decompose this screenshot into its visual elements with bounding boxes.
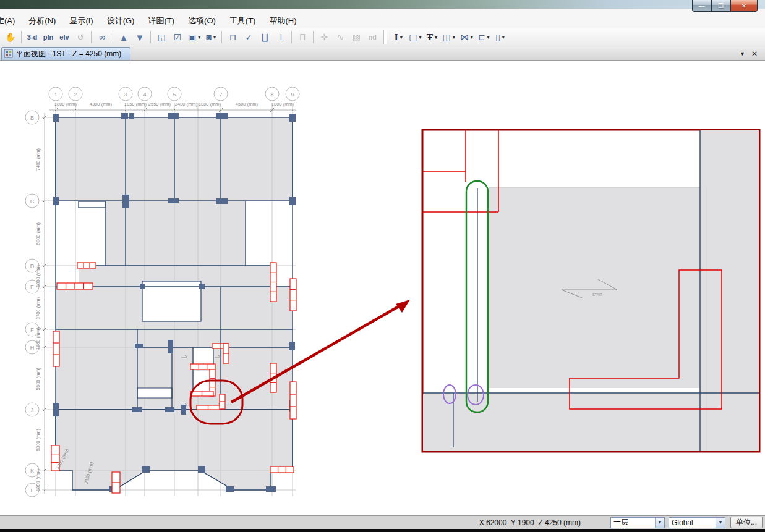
menu-item-2[interactable]: 显示(I) bbox=[62, 14, 100, 28]
section-wall-icon: ▯ bbox=[495, 33, 500, 41]
grid-bubble-label: C bbox=[30, 198, 35, 205]
draw-rect-icon: ⊓ bbox=[229, 33, 236, 41]
section-channel-button[interactable]: ⊏▾ bbox=[476, 30, 492, 44]
restore-selection-button[interactable]: ◱ bbox=[154, 30, 169, 44]
chevron-down-icon[interactable]: ▾ bbox=[435, 35, 437, 40]
dimension-text: 1800 (mm) bbox=[35, 264, 41, 287]
column bbox=[122, 195, 129, 208]
chevron-down-icon: ▼ bbox=[655, 518, 664, 528]
section-plate-button[interactable]: ▢▾ bbox=[407, 30, 423, 44]
status-bar: X 62000 Y 1900 Z 4250 (mm) 一层 ▼ Global ▼… bbox=[0, 515, 765, 529]
move-down-story-button[interactable]: ▼ bbox=[132, 30, 147, 44]
column bbox=[53, 197, 59, 205]
close-button[interactable]: ✕ bbox=[730, 0, 758, 12]
zoom-glasses-button[interactable]: ∞ bbox=[95, 30, 109, 44]
nd-icon: nd bbox=[369, 34, 377, 41]
minimize-button[interactable]: — bbox=[692, 0, 711, 12]
menu-item-5[interactable]: 选项(O) bbox=[181, 14, 223, 28]
wall-pier-outline bbox=[190, 364, 215, 369]
restore-button[interactable]: ❐ bbox=[711, 0, 730, 12]
section-I-button[interactable]: I▾ bbox=[391, 30, 406, 44]
menu-item-6[interactable]: 工具(T) bbox=[223, 14, 263, 28]
minimize-icon: — bbox=[699, 2, 705, 9]
section-I-icon: I bbox=[395, 33, 398, 42]
pan-hand-button[interactable]: ✋ bbox=[3, 30, 18, 44]
column bbox=[181, 405, 186, 415]
menu-item-1[interactable]: 分析(N) bbox=[22, 14, 62, 28]
toolbar-separator bbox=[21, 31, 22, 43]
grid-bubble-label: J bbox=[31, 407, 34, 413]
tendon-icon: ∿ bbox=[336, 33, 344, 41]
section-encased-I-button[interactable]: ◫▾ bbox=[441, 30, 457, 44]
view-cube-icon: ▣ bbox=[188, 33, 196, 41]
wall-pier-outline bbox=[53, 331, 59, 366]
view-cube-button[interactable]: ▣▾ bbox=[186, 30, 202, 44]
window-controls: — ❐ ✕ bbox=[692, 0, 758, 12]
grid-bubble-label: 5 bbox=[173, 91, 176, 98]
story-dropdown[interactable]: 一层 ▼ bbox=[610, 517, 665, 528]
zoom-glasses-icon: ∞ bbox=[99, 33, 105, 41]
nd-button: nd bbox=[365, 30, 380, 44]
view-elevation-button[interactable]: elv bbox=[57, 30, 72, 44]
toolbar-separator bbox=[221, 31, 222, 43]
chevron-down-icon[interactable]: ▾ bbox=[400, 35, 403, 40]
pattern-box-icon: ▨ bbox=[353, 33, 361, 41]
draw-wall-button[interactable]: ⊥ bbox=[273, 30, 288, 44]
draw-rect-button[interactable]: ⊓ bbox=[225, 30, 240, 44]
plan-view-tab[interactable]: 平面视图 - 1ST - Z = 4250 (mm) bbox=[1, 47, 130, 60]
coordinate-system-value: Global bbox=[669, 518, 716, 527]
menu-item-7[interactable]: 帮助(H) bbox=[262, 14, 303, 28]
tab-dropdown-icon[interactable]: ▼ bbox=[740, 51, 745, 57]
column bbox=[289, 197, 296, 205]
menu-item-0[interactable]: 定(A) bbox=[0, 14, 22, 28]
chevron-down-icon[interactable]: ▾ bbox=[419, 35, 421, 40]
units-button[interactable]: 单位... bbox=[730, 517, 763, 528]
wall-pier-outline bbox=[270, 263, 276, 302]
chevron-down-icon[interactable]: ▾ bbox=[471, 35, 473, 40]
desktop-background bbox=[0, 0, 765, 9]
object-shading-icon: ◙ bbox=[207, 33, 212, 41]
chevron-down-icon[interactable]: ▾ bbox=[213, 35, 216, 40]
column bbox=[168, 340, 173, 353]
tab-close-icon[interactable]: ✕ bbox=[751, 50, 758, 57]
snap-point-icon: ✓ bbox=[245, 33, 252, 41]
section-truss-button[interactable]: ⋈▾ bbox=[458, 30, 475, 44]
chevron-down-icon[interactable]: ▾ bbox=[198, 35, 200, 40]
draw-floor-button[interactable]: ∐ bbox=[257, 30, 272, 44]
menu-item-3[interactable]: 设计(G) bbox=[100, 14, 142, 28]
view-3d-button[interactable]: 3-d bbox=[25, 30, 40, 44]
wall-pier-outline bbox=[290, 279, 296, 311]
drawing-canvas[interactable]: 12345789BCDEFHJKL1800 (mm)4300 (mm)1850 … bbox=[0, 61, 765, 515]
grid-bubble-label: 2 bbox=[74, 91, 77, 98]
dimension-text: 1800 (mm) bbox=[35, 468, 41, 491]
rotate-view-icon: ↺ bbox=[77, 33, 84, 41]
grid-bubble-label: L bbox=[30, 488, 33, 494]
snap-point-button[interactable]: ✓ bbox=[241, 30, 256, 44]
draw-wall-icon: ⊥ bbox=[277, 33, 284, 41]
application-window: — ❐ ✕ 定(A)分析(N)显示(I)设计(G)详图(T)选项(O)工具(T)… bbox=[0, 0, 765, 532]
menu-item-4[interactable]: 详图(T) bbox=[141, 14, 181, 28]
grid-bubble-label: B bbox=[30, 115, 34, 121]
column bbox=[266, 486, 276, 492]
coordinate-system-dropdown[interactable]: Global ▼ bbox=[669, 517, 725, 528]
restore-selection-icon: ◱ bbox=[157, 33, 165, 41]
section-wall-button[interactable]: ▯▾ bbox=[493, 30, 508, 44]
section-T-button[interactable]: Ŧ▾ bbox=[425, 30, 440, 44]
section-encased-I-icon: ◫ bbox=[443, 33, 451, 41]
view-3d-icon: 3-d bbox=[27, 34, 38, 41]
move-up-story-button[interactable]: ▲ bbox=[116, 30, 131, 44]
toolbar-separator bbox=[291, 31, 292, 43]
cursor-coordinates: X 62000 Y 1900 Z 4250 (mm) bbox=[479, 518, 581, 527]
column bbox=[132, 407, 142, 412]
chevron-down-icon[interactable]: ▾ bbox=[453, 35, 455, 40]
select-check-button[interactable]: ☑ bbox=[170, 30, 185, 44]
chevron-down-icon[interactable]: ▾ bbox=[502, 35, 505, 40]
chevron-down-icon[interactable]: ▾ bbox=[487, 35, 490, 40]
floor-plan-svg: 12345789BCDEFHJKL1800 (mm)4300 (mm)1850 … bbox=[0, 61, 765, 515]
section-truss-icon: ⋈ bbox=[460, 33, 469, 41]
annotation-arrowhead bbox=[396, 300, 410, 313]
grid-bubble-label: 9 bbox=[291, 91, 294, 98]
column bbox=[165, 407, 174, 412]
object-shading-button[interactable]: ◙▾ bbox=[203, 30, 218, 44]
view-plan-button[interactable]: pln bbox=[41, 30, 56, 44]
